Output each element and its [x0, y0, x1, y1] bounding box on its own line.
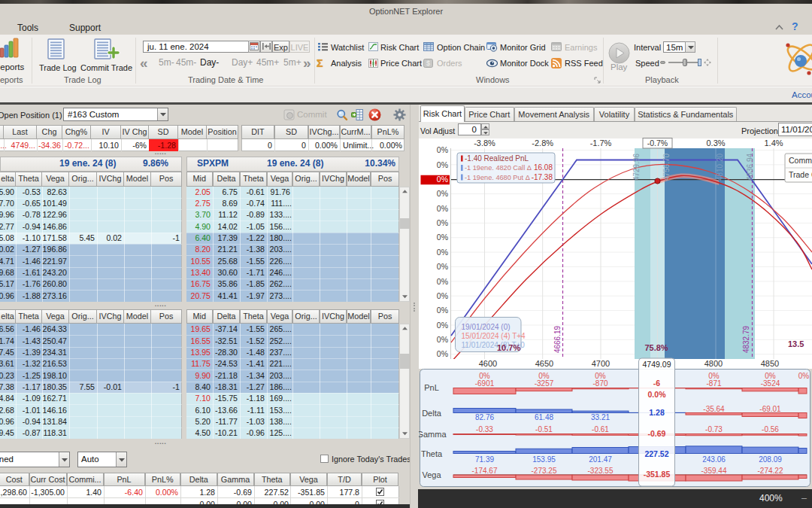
svg-text:-870: -870 [592, 379, 607, 388]
svg-text:4810.20: 4810.20 [716, 153, 724, 181]
svg-text:0%: 0% [437, 277, 448, 286]
svg-text:-17.38: -17.38 [532, 173, 553, 181]
svg-text:19/01/2024 (0): 19/01/2024 (0) [462, 323, 511, 331]
svg-text:-351.85: -351.85 [644, 470, 671, 479]
svg-text:201.47: 201.47 [589, 455, 612, 464]
svg-text:0%: 0% [437, 204, 448, 213]
svg-text:-35.64: -35.64 [703, 405, 725, 413]
svg-text:1.28: 1.28 [649, 408, 665, 417]
svg-text:4850: 4850 [761, 359, 779, 368]
svg-text:4700: 4700 [592, 359, 610, 368]
svg-text:Vega: Vega [422, 470, 441, 479]
svg-text:PnL: PnL [424, 383, 439, 392]
svg-text:0%: 0% [437, 306, 448, 315]
svg-text:Theta: Theta [421, 449, 443, 458]
svg-text:16.08: 16.08 [534, 163, 553, 172]
svg-text:Delta: Delta [422, 409, 442, 418]
svg-text:1.4%: 1.4% [764, 138, 783, 148]
svg-text:0.0%: 0.0% [648, 390, 667, 399]
svg-text:0%: 0% [437, 248, 448, 257]
svg-text:-6901: -6901 [475, 379, 495, 388]
svg-text:4756.70: 4756.70 [662, 153, 671, 181]
svg-text:4832.79: 4832.79 [742, 325, 750, 353]
svg-text:-3257: -3257 [535, 379, 554, 388]
svg-text:-0.73: -0.73 [705, 425, 723, 433]
svg-text:-3.8%: -3.8% [474, 138, 495, 148]
svg-text:Trade C: Trade C [789, 170, 812, 179]
svg-text:-1 19ene. 4820 Call Δ: -1 19ene. 4820 Call Δ [465, 164, 532, 172]
svg-text:153.95: 153.95 [532, 455, 556, 464]
svg-text:$: $ [426, 59, 430, 67]
svg-text:-1.7%: -1.7% [590, 138, 612, 148]
svg-text:-0.51: -0.51 [535, 425, 553, 433]
svg-text:0%: 0% [437, 262, 448, 271]
svg-text:-3524: -3524 [761, 379, 780, 388]
svg-text:0%: 0% [437, 189, 448, 198]
svg-text:15/01/2024 (4) T+4: 15/01/2024 (4) T+4 [462, 332, 526, 340]
svg-text:-2.8%: -2.8% [532, 138, 553, 148]
svg-text:-0.69: -0.69 [648, 429, 666, 438]
svg-text:0%: 0% [437, 291, 448, 300]
svg-text:-0.61: -0.61 [592, 425, 609, 433]
svg-text:0%: 0% [437, 175, 448, 184]
svg-text:-0.56: -0.56 [762, 425, 779, 433]
svg-text:-273.25: -273.25 [532, 467, 557, 475]
svg-text:13.5: 13.5 [788, 339, 804, 348]
svg-text:-1 19ene. 4680 Put Δ: -1 19ene. 4680 Put Δ [465, 174, 530, 181]
svg-text:-0.7%: -0.7% [647, 138, 668, 148]
svg-text:-323.55: -323.55 [588, 467, 614, 475]
svg-text:0%: 0% [437, 349, 448, 358]
svg-text:-871: -871 [706, 379, 721, 388]
svg-text:-1.40 Realized PnL: -1.40 Realized PnL [465, 154, 529, 163]
svg-text:-359.44: -359.44 [701, 467, 727, 475]
svg-text:4666.19: 4666.19 [553, 325, 562, 353]
svg-text:-0.33: -0.33 [476, 425, 493, 433]
svg-text:10.7%: 10.7% [497, 343, 520, 352]
svg-text:Gamma: Gamma [419, 430, 447, 439]
svg-text:Comme: Comme [789, 156, 812, 165]
svg-text:0%: 0% [437, 335, 448, 344]
svg-text:4650: 4650 [535, 359, 553, 368]
svg-text:0%: 0% [437, 160, 448, 169]
svg-text:4800: 4800 [704, 359, 723, 368]
svg-text:0%: 0% [437, 145, 448, 154]
svg-text:-174.67: -174.67 [472, 467, 498, 475]
svg-text:75.8%: 75.8% [644, 343, 668, 352]
svg-text:0.3%: 0.3% [706, 138, 725, 148]
svg-text:0%: 0% [437, 218, 448, 227]
svg-text:4836.94: 4836.94 [746, 153, 754, 181]
svg-text:208.09: 208.09 [759, 455, 782, 464]
svg-text:-274.22: -274.22 [758, 467, 783, 475]
svg-text:0%: 0% [798, 372, 810, 380]
svg-text:33.21: 33.21 [591, 413, 610, 421]
svg-text:0%: 0% [437, 321, 448, 330]
svg-text:4729.96: 4729.96 [632, 153, 641, 181]
svg-text:4600: 4600 [479, 359, 497, 368]
svg-text:0%: 0% [437, 233, 448, 242]
svg-text:82.76: 82.76 [475, 413, 494, 421]
svg-text:243.06: 243.06 [702, 455, 726, 464]
svg-text:227.52: 227.52 [644, 449, 668, 458]
svg-text:4749.09: 4749.09 [643, 360, 671, 369]
svg-text:-69.01: -69.01 [759, 405, 781, 413]
svg-text:-6: -6 [653, 379, 660, 388]
svg-text:61.48: 61.48 [535, 413, 553, 421]
svg-text:71.39: 71.39 [475, 455, 494, 464]
